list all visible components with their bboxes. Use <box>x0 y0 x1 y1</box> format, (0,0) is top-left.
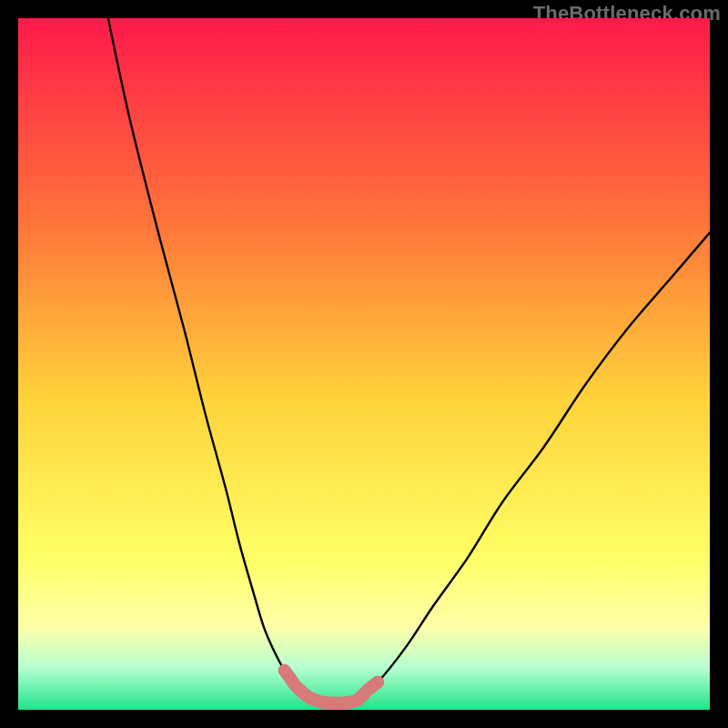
bottleneck-chart <box>18 18 710 710</box>
trough-marker-dot <box>372 676 384 688</box>
gradient-bg <box>18 18 710 710</box>
chart-frame <box>18 18 710 710</box>
